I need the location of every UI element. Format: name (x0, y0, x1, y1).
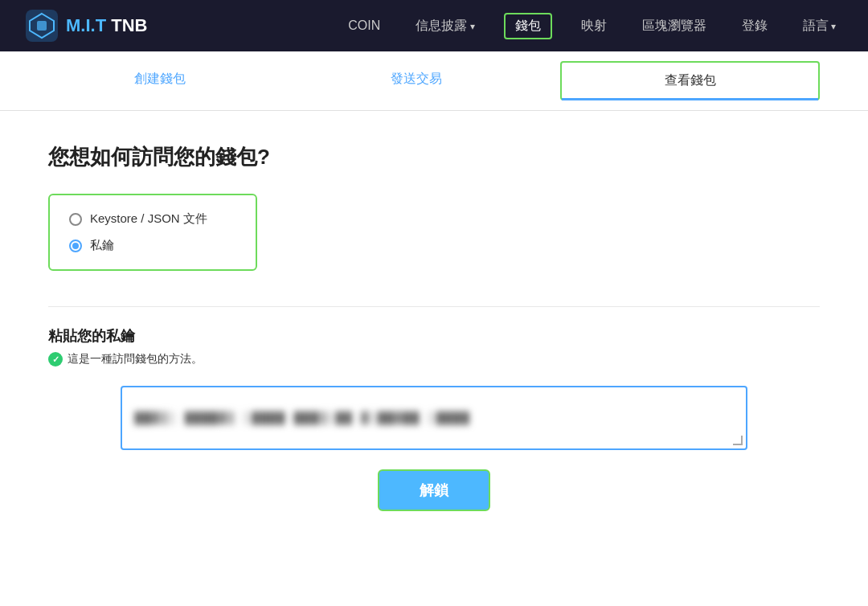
svg-rect-2 (37, 21, 47, 31)
pk-textarea-wrapper: ██▓▒░ ████▓▒ ░████ ███▒░██ ▓░██▓██ ░████ (48, 386, 820, 450)
tabs-section: 創建錢包 發送交易 查看錢包 (0, 51, 868, 111)
nav-mapping[interactable]: 映射 (575, 14, 613, 38)
brand-logo-area: M.I.T TNB (26, 10, 147, 42)
radio-keystore-label: Keystore / JSON 文件 (90, 211, 207, 227)
private-key-section: 粘貼您的私鑰 這是一種訪問錢包的方法。 (48, 326, 820, 366)
check-icon (48, 352, 63, 366)
pk-input-display[interactable]: ██▓▒░ ████▓▒ ░████ ███▒░██ ▓░██▓██ ░████ (121, 386, 747, 450)
radio-privatekey-circle (69, 240, 82, 252)
pk-blurred-text: ██▓▒░ ████▓▒ ░████ ███▒░██ ▓░██▓██ ░████ (135, 412, 733, 424)
resize-handle-icon (733, 436, 743, 445)
page-question: 您想如何訪問您的錢包? (48, 143, 820, 171)
nav-explorer[interactable]: 區塊瀏覽器 (636, 14, 713, 38)
nav-info[interactable]: 信息披露 (409, 14, 481, 38)
nav-wallet[interactable]: 錢包 (504, 13, 552, 39)
pk-section-title: 粘貼您的私鑰 (48, 326, 820, 346)
brand-logo-icon (26, 10, 58, 42)
main-nav: COIN 信息披露 錢包 映射 區塊瀏覽器 登錄 語言 (342, 13, 842, 39)
access-method-box: Keystore / JSON 文件 私鑰 (48, 194, 257, 271)
brand-name: M.I.T TNB (66, 15, 147, 36)
tab-create-wallet[interactable]: 創建錢包 (32, 51, 289, 110)
main-content: 您想如何訪問您的錢包? Keystore / JSON 文件 私鑰 粘貼您的私鑰… (0, 111, 868, 575)
tab-send-transaction[interactable]: 發送交易 (289, 51, 545, 110)
radio-keystore-circle (69, 213, 82, 226)
tab-view-wallet[interactable]: 查看錢包 (560, 61, 820, 100)
pk-notice: 這是一種訪問錢包的方法。 (48, 352, 820, 366)
radio-keystore[interactable]: Keystore / JSON 文件 (69, 211, 236, 227)
nav-coin[interactable]: COIN (342, 15, 387, 36)
nav-login[interactable]: 登錄 (735, 14, 774, 38)
unlock-button[interactable]: 解鎖 (378, 469, 490, 511)
nav-language[interactable]: 語言 (796, 14, 842, 38)
pk-notice-text: 這是一種訪問錢包的方法。 (68, 352, 203, 366)
radio-private-key[interactable]: 私鑰 (69, 238, 236, 253)
navbar: M.I.T TNB COIN 信息披露 錢包 映射 區塊瀏覽器 登錄 語言 (0, 0, 868, 51)
unlock-btn-wrapper: 解鎖 (48, 469, 820, 511)
section-divider (48, 306, 820, 307)
radio-privatekey-label: 私鑰 (90, 238, 114, 253)
